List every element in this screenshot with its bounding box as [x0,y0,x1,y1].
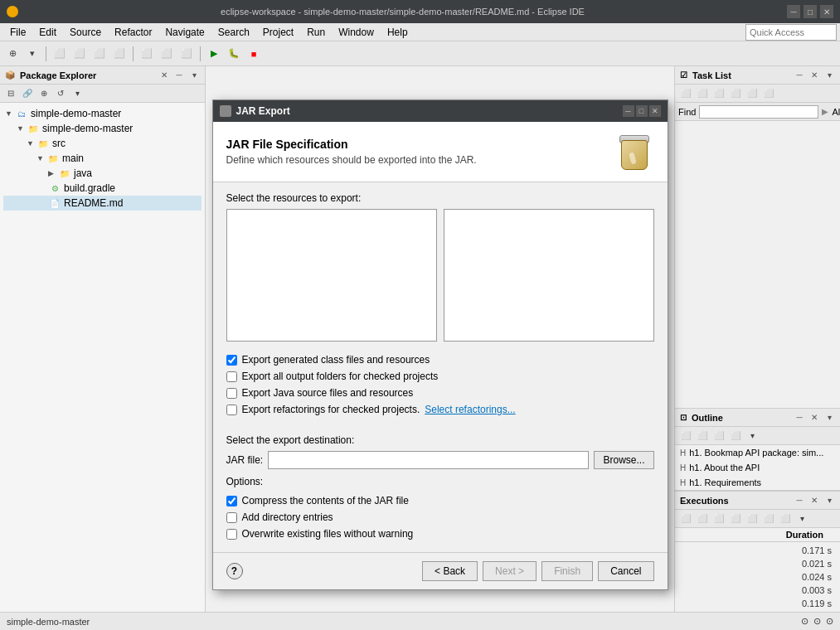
exec-btn-2[interactable]: ⬜ [695,511,710,526]
outline-minimize[interactable]: ─ [794,412,805,424]
outline-close[interactable]: ✕ [808,412,820,424]
toolbar-btn-4[interactable]: ⬜ [70,45,89,63]
jar-file-input[interactable] [268,451,589,469]
executions-menu[interactable]: ▾ [823,495,835,506]
task-list-close[interactable]: ✕ [808,70,820,81]
link-editor-btn[interactable]: 🔗 [20,86,35,101]
expand-arrow-java[interactable]: ▶ [48,169,58,177]
checkbox-2[interactable] [226,388,237,399]
toolbar-btn-9[interactable]: ⬜ [177,45,196,63]
exec-btn-7[interactable]: ⬜ [778,511,793,526]
finish-button[interactable]: Finish [541,561,593,581]
toolbar-btn-6[interactable]: ⬜ [110,45,129,63]
task-btn-4[interactable]: ⬜ [728,86,743,101]
task-list-menu[interactable]: ▾ [823,70,835,81]
toolbar-btn-run[interactable]: ▶ [205,45,223,63]
executions-minimize[interactable]: ─ [794,495,805,506]
exec-btn-3[interactable]: ⬜ [711,511,726,526]
select-refactorings-link[interactable]: Select refactorings... [425,404,515,415]
checkbox-3[interactable] [226,405,237,415]
task-btn-6[interactable]: ⬜ [761,86,776,101]
task-list-minimize[interactable]: ─ [794,70,805,81]
filter-btn[interactable]: ▾ [70,86,85,101]
menu-navigate[interactable]: Navigate [158,25,211,40]
sync-btn[interactable]: ↺ [53,86,68,101]
toolbar-btn-debug[interactable]: 🐛 [225,45,243,63]
task-btn-3[interactable]: ⬜ [711,86,726,101]
outline-btn-1[interactable]: ⬜ [678,429,693,443]
task-btn-5[interactable]: ⬜ [745,86,760,101]
dialog-maximize-btn[interactable]: □ [636,105,648,117]
find-input[interactable] [699,105,818,119]
resource-panel-right[interactable] [444,209,654,342]
outline-btn-5[interactable]: ▾ [745,429,760,443]
menu-run[interactable]: Run [300,25,332,40]
executions-close[interactable]: ✕ [808,495,820,506]
option-checkbox-0[interactable] [226,496,237,506]
tree-item-main[interactable]: ▼ 📁 main [3,151,202,166]
quick-access-input[interactable] [750,27,833,37]
tree-item-java[interactable]: ▶ 📁 java [3,166,202,181]
menu-search[interactable]: Search [211,25,256,40]
toolbar-btn-1[interactable]: ⊕ [3,45,22,63]
task-btn-2[interactable]: ⬜ [695,86,710,101]
outline-btn-4[interactable]: ⬜ [728,429,743,443]
help-button[interactable]: ? [226,563,243,579]
dialog-minimize-btn[interactable]: ─ [623,105,634,117]
browse-button[interactable]: Browse... [594,451,653,469]
cancel-button[interactable]: Cancel [598,561,653,581]
toolbar-btn-3[interactable]: ⬜ [51,45,69,63]
toolbar-btn-5[interactable]: ⬜ [90,45,109,63]
expand-arrow-src[interactable]: ▼ [27,139,36,148]
tree-item-gradle[interactable]: ⚙ build.gradle [3,181,202,196]
back-button[interactable]: < Back [422,561,478,581]
exec-btn-1[interactable]: ⬜ [678,511,693,526]
quick-access-box[interactable] [745,24,837,41]
option-checkbox-2[interactable] [226,529,237,540]
menu-window[interactable]: Window [332,25,381,40]
toolbar-btn-stop[interactable]: ■ [245,45,263,63]
menu-refactor[interactable]: Refactor [108,25,158,40]
collapse-all-btn[interactable]: ⊟ [3,86,18,101]
outline-item-1[interactable]: H h1. About the API [675,460,840,475]
package-explorer-minimize[interactable]: ─ [173,70,185,81]
toolbar-btn-2[interactable]: ▾ [23,45,41,63]
minimize-button[interactable]: ─ [787,5,800,18]
tree-item-readme[interactable]: 📄 README.md [3,196,202,211]
toolbar-btn-7[interactable]: ⬜ [138,45,156,63]
exec-btn-4[interactable]: ⬜ [728,511,743,526]
menu-edit[interactable]: Edit [32,25,63,40]
package-explorer-menu[interactable]: ▾ [188,70,200,81]
package-explorer-close[interactable]: ✕ [158,70,170,81]
dialog-close-btn[interactable]: ✕ [649,105,661,117]
task-btn-1[interactable]: ⬜ [678,86,693,101]
next-button[interactable]: Next > [483,561,537,581]
maximize-button[interactable]: □ [804,5,817,18]
tree-item-src[interactable]: ▼ 📁 src [3,136,202,151]
checkbox-0[interactable] [226,355,237,366]
expand-arrow-sub[interactable]: ▼ [17,124,27,133]
outline-menu[interactable]: ▾ [823,412,835,424]
outline-item-0[interactable]: H h1. Bookmap API package: sim... [675,445,840,460]
checkbox-1[interactable] [226,371,237,382]
exec-btn-8[interactable]: ▾ [794,511,809,526]
menu-project[interactable]: Project [256,25,300,40]
tree-item-root[interactable]: ▼ 🗂 simple-demo-master [3,106,202,121]
close-button[interactable]: ✕ [820,5,833,18]
outline-btn-2[interactable]: ⬜ [695,429,710,443]
expand-arrow-main[interactable]: ▼ [36,154,46,162]
gradle-icon: ⚙ [48,182,61,195]
outline-item-2[interactable]: H h1. Requirements [675,475,840,490]
outline-btn-3[interactable]: ⬜ [711,429,726,443]
menu-help[interactable]: Help [381,25,415,40]
expand-arrow-root[interactable]: ▼ [5,109,15,118]
menu-file[interactable]: File [3,25,32,40]
toolbar-btn-8[interactable]: ⬜ [158,45,176,63]
new-btn[interactable]: ⊕ [36,86,51,101]
option-checkbox-1[interactable] [226,512,237,523]
tree-item-subfolder[interactable]: ▼ 📁 simple-demo-master [3,121,202,136]
menu-source[interactable]: Source [63,25,108,40]
resource-panel-left[interactable] [226,209,437,342]
exec-btn-5[interactable]: ⬜ [745,511,760,526]
exec-btn-6[interactable]: ⬜ [761,511,776,526]
